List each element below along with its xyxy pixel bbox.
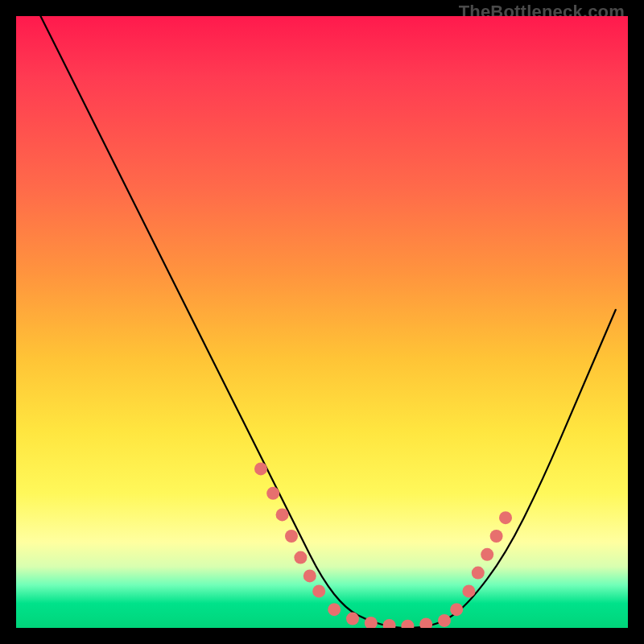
data-point xyxy=(312,584,325,597)
data-point xyxy=(328,603,341,616)
data-point xyxy=(303,569,316,582)
data-point xyxy=(462,584,475,597)
data-point xyxy=(285,530,298,543)
data-point xyxy=(438,614,451,627)
data-point xyxy=(419,617,432,628)
data-point xyxy=(254,462,267,475)
data-point xyxy=(472,567,485,580)
data-point xyxy=(346,613,359,625)
marker-group xyxy=(254,462,512,628)
chart-svg xyxy=(16,16,628,628)
data-point xyxy=(401,620,414,628)
data-point xyxy=(266,487,279,500)
data-point xyxy=(365,617,378,628)
plot-area xyxy=(16,16,628,628)
data-point xyxy=(276,508,289,521)
data-point xyxy=(383,619,396,628)
data-point xyxy=(294,551,307,564)
chart-frame: TheBottleneck.com xyxy=(0,0,644,644)
bottleneck-curve xyxy=(40,16,615,628)
data-point xyxy=(490,530,503,543)
data-point xyxy=(499,511,512,524)
data-point xyxy=(481,548,493,561)
data-point xyxy=(450,603,463,616)
